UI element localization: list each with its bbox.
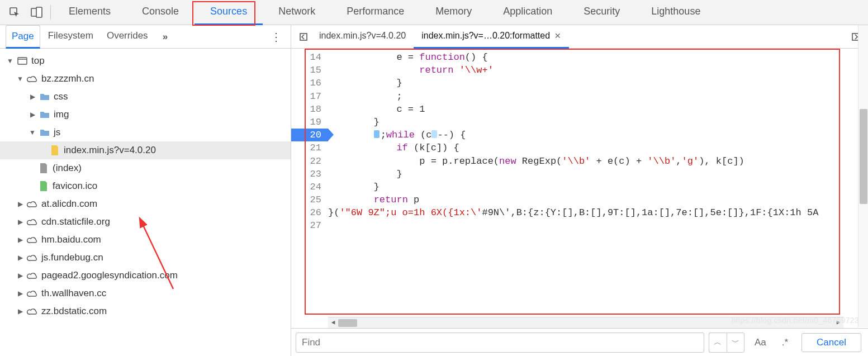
cloud-icon xyxy=(27,216,38,227)
tree-file-favicon[interactable]: favicon.ico xyxy=(0,177,291,195)
folder-icon xyxy=(39,109,50,120)
svg-rect-3 xyxy=(18,58,27,64)
tree-folder-img[interactable]: ▶ img xyxy=(0,106,291,124)
tree-file-indexmin[interactable]: index.min.js?v=4.0.20 xyxy=(0,141,291,159)
close-icon[interactable]: ✕ xyxy=(554,31,561,40)
line-number[interactable]: 20 xyxy=(291,129,328,141)
line-number[interactable]: 24 xyxy=(291,181,328,193)
scroll-left-icon[interactable]: ◀ xyxy=(328,317,338,328)
chevron-right-icon: ▶ xyxy=(17,272,23,279)
code-line[interactable]: ;while (c--) { xyxy=(328,129,868,141)
tree-domain-alicdn[interactable]: ▶ at.alicdn.com xyxy=(0,195,291,213)
vertical-scrollbar[interactable] xyxy=(858,25,868,327)
tree-domain-bdstatic[interactable]: ▶ zz.bdstatic.com xyxy=(0,302,291,320)
chevron-down-icon: ▼ xyxy=(29,129,36,136)
tree-label: pagead2.googlesyndication.com xyxy=(41,270,178,281)
tab-performance[interactable]: Performance xyxy=(331,0,420,25)
line-number[interactable]: 19 xyxy=(291,116,328,129)
line-number[interactable]: 16 xyxy=(291,77,328,89)
tree-file-index[interactable]: (index) xyxy=(0,159,291,177)
code-line[interactable]: ; xyxy=(328,90,868,103)
tab-elements[interactable]: Elements xyxy=(53,0,126,25)
code-line[interactable]: } xyxy=(328,168,868,181)
code-line[interactable]: e = function() { xyxy=(328,51,868,64)
code-line[interactable] xyxy=(328,219,868,232)
chevron-right-icon: ▶ xyxy=(29,111,36,118)
code-line[interactable]: return '\\w+' xyxy=(328,64,868,77)
cancel-button[interactable]: Cancel xyxy=(801,333,861,352)
tree-folder-js[interactable]: ▼ js xyxy=(0,124,291,141)
tree-domain-wallhaven[interactable]: ▶ th.wallhaven.cc xyxy=(0,284,291,302)
tree-domain-staticfile[interactable]: ▶ cdn.staticfile.org xyxy=(0,213,291,231)
find-prev-button[interactable]: ︿ xyxy=(709,333,727,353)
tree-domain-hmbaidu[interactable]: ▶ hm.baidu.com xyxy=(0,231,291,249)
tree-label: img xyxy=(54,109,69,120)
regex-toggle[interactable]: .* xyxy=(776,337,794,348)
tree-label: js xyxy=(54,127,60,138)
code-line[interactable]: c = 1 xyxy=(328,103,868,116)
chevron-down-icon: ▼ xyxy=(7,57,13,65)
tree-label: at.alicdn.com xyxy=(41,198,97,210)
sidebar-more-tabs-icon[interactable]: » xyxy=(163,31,168,42)
sidebar-tab-page[interactable]: Page xyxy=(6,25,40,49)
sidebar-tab-overrides[interactable]: Overrides xyxy=(101,25,154,49)
tree-domain-fundebug[interactable]: ▶ js.fundebug.cn xyxy=(0,249,291,267)
tree-folder-css[interactable]: ▶ css xyxy=(0,88,291,106)
code-line[interactable]: } xyxy=(328,77,868,89)
line-number[interactable]: 18 xyxy=(291,103,328,116)
tree-domain-bz[interactable]: ▼ bz.zzzmh.cn xyxy=(0,70,291,88)
cloud-icon xyxy=(27,252,38,263)
tree-label: cdn.staticfile.org xyxy=(41,216,110,227)
line-number[interactable]: 27 xyxy=(291,219,328,232)
tree-top-frame[interactable]: ▼ top xyxy=(0,52,291,70)
chevron-right-icon: ▶ xyxy=(17,254,23,262)
tab-lighthouse[interactable]: Lighthouse xyxy=(635,0,716,25)
code-line[interactable]: p = p.replace(new RegExp('\\b' + e(c) + … xyxy=(328,155,868,168)
chevron-right-icon: ▶ xyxy=(17,200,23,208)
tab-security[interactable]: Security xyxy=(568,0,635,25)
sidebar-tab-filesystem[interactable]: Filesystem xyxy=(42,25,99,49)
scrollbar-thumb[interactable] xyxy=(338,319,357,327)
tree-label: top xyxy=(31,55,45,67)
code-line[interactable]: } xyxy=(328,116,868,129)
inspect-element-icon[interactable] xyxy=(3,0,26,25)
tab-application[interactable]: Application xyxy=(487,0,568,25)
tabnav-prev-icon[interactable] xyxy=(296,25,311,48)
tab-console[interactable]: Console xyxy=(126,0,195,25)
line-number[interactable]: 17 xyxy=(291,90,328,103)
tree-label: index.min.js?v=4.0.20 xyxy=(64,145,156,156)
tree-label: zz.bdstatic.com xyxy=(41,306,107,317)
match-case-toggle[interactable]: Aa xyxy=(749,337,772,348)
horizontal-scrollbar[interactable]: ◀ ▶ xyxy=(328,317,843,328)
line-number[interactable]: 14 xyxy=(291,51,328,64)
find-next-button[interactable]: ﹀ xyxy=(727,333,744,353)
line-number[interactable]: 23 xyxy=(291,168,328,181)
code-line[interactable]: } xyxy=(328,181,868,193)
file-tab-1[interactable]: index.min.js?v=4.0.20 xyxy=(311,25,414,49)
tree-domain-pagead[interactable]: ▶ pagead2.googlesyndication.com xyxy=(0,267,291,284)
line-number[interactable]: 25 xyxy=(291,193,328,206)
file-tab-label: index.min.js?v=…0.20:formatted xyxy=(421,31,550,41)
file-tab-2[interactable]: index.min.js?v=…0.20:formatted✕ xyxy=(414,25,569,49)
find-input[interactable] xyxy=(296,333,704,353)
line-number[interactable]: 22 xyxy=(291,155,328,168)
folder-icon xyxy=(39,127,50,138)
device-toolbar-icon[interactable] xyxy=(26,0,48,25)
frame-icon xyxy=(17,55,28,67)
scroll-right-icon[interactable]: ▶ xyxy=(833,317,843,328)
sidebar-kebab-icon[interactable]: ⋮ xyxy=(271,30,282,44)
code-editor[interactable]: 1415161718192021222324252627 e = functio… xyxy=(291,49,868,328)
chevron-right-icon: ▶ xyxy=(17,289,23,297)
tab-sources[interactable]: Sources xyxy=(195,0,263,25)
line-number[interactable]: 15 xyxy=(291,64,328,77)
separator xyxy=(50,5,51,20)
scrollbar-thumb[interactable] xyxy=(860,109,867,204)
tab-memory[interactable]: Memory xyxy=(420,0,487,25)
code-line[interactable]: return p xyxy=(328,193,868,206)
line-number[interactable]: 21 xyxy=(291,141,328,154)
line-number[interactable]: 26 xyxy=(291,206,328,219)
tab-network[interactable]: Network xyxy=(263,0,331,25)
code-line[interactable]: if (k[c]) { xyxy=(328,141,868,154)
tree-label: css xyxy=(54,91,68,102)
code-line[interactable]: }('"6W 9Z";u o=1h 6X({1x:\'#9N\',B:{z:{Y… xyxy=(328,206,868,219)
